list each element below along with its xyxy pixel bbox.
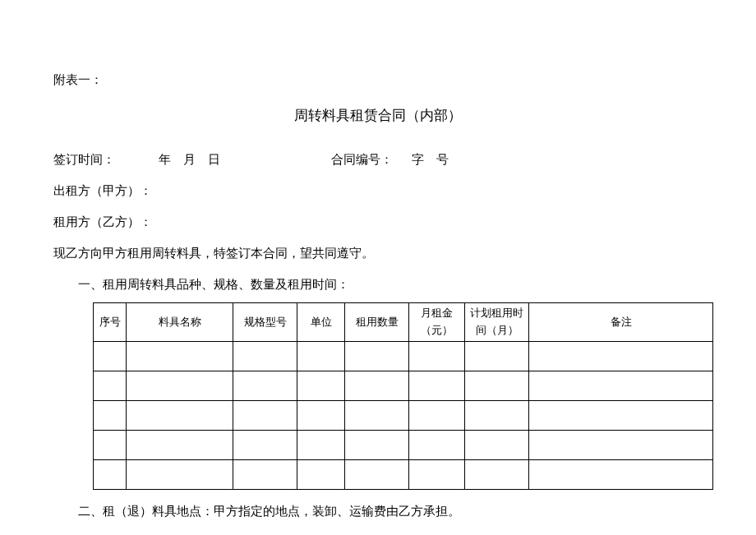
table-row [94, 400, 713, 430]
th-rent: 月租金（元） [409, 303, 465, 342]
th-spec: 规格型号 [233, 303, 297, 342]
th-qty: 租用数量 [345, 303, 409, 342]
contract-no-label: 合同编号： [331, 153, 393, 166]
contract-no-value: 字 号 [412, 153, 449, 166]
section-one-heading: 一、租用周转料具品种、规格、数量及租用时间： [53, 274, 703, 294]
materials-table: 序号 料具名称 规格型号 单位 租用数量 月租金（元） 计划租用时间（月） 备注 [93, 302, 713, 490]
intro-text: 现乙方向甲方租用周转料具，特签订本合同，望共同遵守。 [53, 243, 703, 263]
signing-time-value: 年 月 日 [159, 153, 220, 166]
table-header-row: 序号 料具名称 规格型号 单位 租用数量 月租金（元） 计划租用时间（月） 备注 [94, 303, 713, 342]
th-remark: 备注 [529, 303, 713, 342]
table-row [94, 341, 713, 371]
th-seq: 序号 [94, 303, 127, 342]
party-b-line: 租用方（乙方）： [53, 212, 703, 232]
table-row [94, 459, 713, 489]
th-time: 计划租用时间（月） [465, 303, 529, 342]
th-unit: 单位 [297, 303, 345, 342]
table-row [94, 430, 713, 459]
table-row [94, 371, 713, 400]
signing-time-label: 签订时间： [53, 153, 115, 166]
signing-contract-line: 签订时间： 年 月 日 合同编号： 字 号 [53, 150, 703, 169]
party-a-line: 出租方（甲方）： [53, 181, 703, 201]
th-name: 料具名称 [127, 303, 233, 342]
section-two-text: 二、租（退）料具地点：甲方指定的地点，装卸、运输费由乙方承担。 [53, 501, 703, 521]
attachment-label: 附表一： [53, 70, 703, 90]
document-title: 周转料具租赁合同（内部） [53, 104, 703, 127]
